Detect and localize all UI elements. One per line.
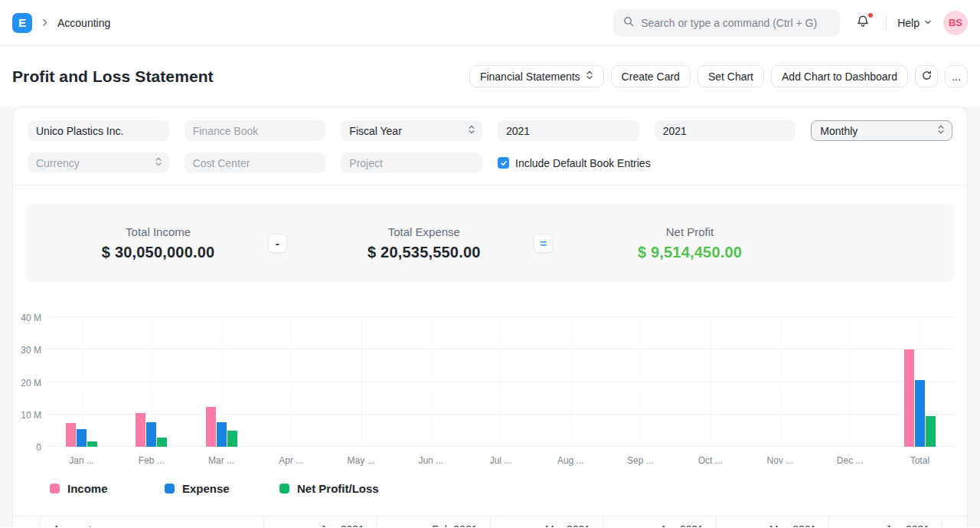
notifications-button[interactable] — [851, 11, 875, 35]
chart-legend: Income Expense Net Profit/Loss — [50, 482, 967, 495]
x-axis-tick-label: Mar ... — [208, 455, 234, 466]
metric-label: Net Profit — [666, 225, 714, 238]
chart-x-axis-labels: Jan ...Feb ...Mar ...Apr ...May ...Jun .… — [47, 455, 955, 471]
filter-section: Fiscal Year Monthly Currency — [13, 107, 967, 185]
table-column-header[interactable]: Jun 2021 — [829, 517, 942, 527]
search-input[interactable]: Search or type a command (Ctrl + G) — [613, 9, 840, 37]
minus-operator-icon: - — [268, 234, 287, 253]
create-card-button[interactable]: Create Card — [611, 65, 691, 87]
metric-value: $ 9,514,450.00 — [638, 244, 742, 261]
bar-net-profit-loss[interactable] — [87, 441, 97, 447]
income-swatch-icon — [50, 484, 60, 494]
x-gridline — [431, 317, 432, 447]
bar-income[interactable] — [136, 413, 145, 447]
bar-expense[interactable] — [915, 380, 925, 447]
metric-value: $ 30,050,000.00 — [102, 244, 215, 261]
checkbox-label: Include Default Book Entries — [515, 157, 651, 169]
expense-swatch-icon — [165, 484, 175, 494]
x-axis-tick-label: Jan ... — [69, 455, 94, 466]
from-fiscal-year-input[interactable] — [498, 120, 639, 141]
add-chart-to-dashboard-button[interactable]: Add Chart to Dashboard — [771, 65, 908, 87]
legend-item-income[interactable]: Income — [50, 482, 116, 495]
y-axis-tick-label: 10 M — [12, 410, 41, 421]
bar-expense[interactable] — [77, 429, 87, 447]
finance-book-filter-input[interactable] — [185, 120, 326, 141]
to-fiscal-year-input[interactable] — [655, 120, 796, 141]
table-column-header[interactable]: Apr 2021 — [603, 517, 717, 527]
project-filter-input[interactable] — [341, 152, 482, 173]
x-axis-tick-label: May ... — [348, 455, 375, 466]
table-column-header-empty — [942, 517, 967, 527]
periodicity-select[interactable]: Monthly — [811, 120, 952, 141]
profit-loss-chart: 010 M20 M30 M40 M Jan ...Feb ...Mar ...A… — [13, 317, 967, 471]
currency-select[interactable]: Currency — [28, 152, 169, 173]
x-gridline — [501, 317, 501, 447]
report-container: Fiscal Year Monthly Currency — [12, 107, 968, 527]
nav-divider — [886, 15, 887, 31]
x-axis-tick-label: Nov ... — [767, 455, 794, 466]
bell-icon — [855, 18, 871, 31]
page-area: Fiscal Year Monthly Currency — [0, 107, 980, 527]
metric-label: Total Expense — [388, 225, 460, 238]
bar-net-profit-loss[interactable] — [926, 416, 936, 447]
help-menu-button[interactable]: Help — [897, 17, 933, 29]
legend-label: Expense — [182, 482, 230, 495]
bar-income[interactable] — [206, 407, 216, 447]
app-logo-icon[interactable]: E — [12, 13, 32, 33]
report-group-label: Financial Statements — [480, 71, 580, 83]
chevron-right-icon — [40, 18, 50, 28]
periodicity-value: Monthly — [820, 125, 858, 137]
set-chart-button[interactable]: Set Chart — [697, 65, 764, 87]
bar-net-profit-loss[interactable] — [227, 431, 237, 447]
x-gridline — [82, 317, 83, 447]
x-gridline — [710, 317, 711, 447]
legend-label: Income — [67, 482, 108, 495]
legend-item-net-profit[interactable]: Net Profit/Loss — [279, 482, 379, 495]
period-basis-select[interactable]: Fiscal Year — [341, 120, 482, 141]
page-title: Profit and Loss Statement — [12, 67, 214, 86]
company-filter-input[interactable] — [28, 120, 169, 141]
x-axis-tick-label: Oct ... — [698, 455, 723, 466]
x-axis-tick-label: Jun ... — [418, 455, 443, 466]
x-axis-tick-label: Dec ... — [837, 455, 864, 466]
legend-item-expense[interactable]: Expense — [165, 482, 230, 495]
chevron-down-icon — [923, 17, 933, 29]
net-profit-metric: Net Profit $ 9,514,450.00 — [557, 204, 822, 282]
bar-income[interactable] — [66, 423, 76, 447]
x-gridline — [291, 317, 292, 447]
x-axis-tick-label: Feb ... — [139, 455, 165, 466]
x-axis-tick-label: Aug ... — [557, 455, 584, 466]
table-column-header[interactable]: Mar 2021 — [491, 517, 604, 527]
breadcrumb[interactable]: Accounting — [57, 17, 110, 29]
report-table-header: Account Jan 2021 Feb 2021 Mar 2021 Apr 2… — [13, 516, 967, 527]
y-axis-tick-label: 0 — [12, 442, 41, 453]
chevron-updown-icon — [155, 156, 162, 169]
table-column-header[interactable]: May 2021 — [717, 517, 830, 527]
ellipsis-icon: ... — [952, 71, 961, 83]
table-index-column-header — [13, 517, 41, 527]
bar-income[interactable] — [904, 349, 914, 447]
net-profit-swatch-icon — [279, 484, 289, 494]
refresh-button[interactable] — [915, 65, 938, 87]
table-column-header[interactable]: Feb 2021 — [377, 517, 491, 527]
bar-expense[interactable] — [217, 422, 227, 447]
chart-plot-area[interactable]: 010 M20 M30 M40 M — [47, 317, 955, 447]
bar-net-profit-loss[interactable] — [157, 438, 167, 447]
page-head: Profit and Loss Statement Financial Stat… — [0, 46, 980, 107]
x-axis-tick-label: Total — [910, 455, 929, 466]
include-default-book-entries-checkbox[interactable]: Include Default Book Entries — [498, 152, 795, 173]
chevron-updown-icon — [468, 124, 475, 137]
report-group-select[interactable]: Financial Statements — [469, 65, 604, 87]
more-menu-button[interactable]: ... — [945, 65, 968, 87]
table-column-header-account[interactable]: Account — [41, 517, 264, 527]
x-axis-tick-label: Sep ... — [627, 455, 654, 466]
avatar[interactable]: BS — [943, 11, 968, 35]
navbar: E Accounting Search or type a command (C… — [0, 0, 980, 46]
x-gridline — [850, 317, 851, 447]
report-summary: Total Income $ 30,050,000.00 Total Expen… — [25, 204, 955, 282]
bar-expense[interactable] — [146, 422, 156, 447]
table-column-header[interactable]: Jan 2021 — [264, 517, 377, 527]
y-axis-tick-label: 20 M — [12, 378, 41, 389]
cost-center-filter-input[interactable] — [185, 152, 326, 173]
metric-label: Total Income — [126, 225, 191, 238]
